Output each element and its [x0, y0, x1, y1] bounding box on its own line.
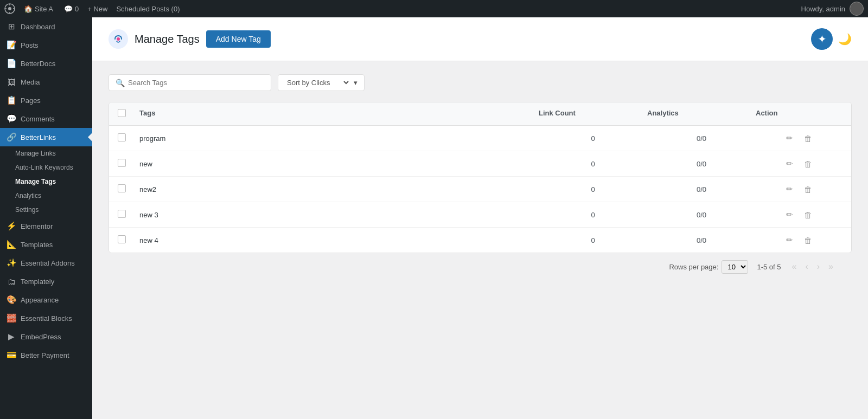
- site-name: Site A: [35, 5, 53, 13]
- rows-per-page-select[interactable]: 10 25 50: [722, 260, 748, 274]
- appearance-icon: 🎨: [7, 295, 16, 305]
- search-icon: 🔍: [116, 79, 125, 87]
- delete-button[interactable]: 🗑: [802, 158, 814, 170]
- better-payment-icon: 💳: [7, 350, 16, 360]
- edit-button[interactable]: ✏: [784, 183, 795, 195]
- delete-button[interactable]: 🗑: [802, 209, 814, 221]
- select-all-checkbox[interactable]: [118, 109, 126, 117]
- sidebar-item-betterdocs[interactable]: 📄 BetterDocs: [0, 54, 92, 73]
- comments-link[interactable]: 💬 0: [62, 5, 81, 13]
- header-analytics: Analytics: [647, 109, 756, 119]
- sidebar-item-betterlinks[interactable]: 🔗 BetterLinks: [0, 128, 92, 146]
- betterdocs-icon: 📄: [7, 59, 16, 68]
- site-link[interactable]: 🏠 Site A: [22, 5, 55, 13]
- row-analytics: 0/0: [647, 134, 756, 143]
- sidebar-item-label: Media: [21, 78, 40, 86]
- sidebar-item-media[interactable]: 🖼 Media: [0, 73, 92, 91]
- delete-button[interactable]: 🗑: [802, 234, 814, 246]
- row-actions: ✏ 🗑: [756, 183, 843, 195]
- sidebar-item-label: Posts: [21, 41, 39, 49]
- sidebar-item-label: Pages: [21, 96, 41, 105]
- edit-button[interactable]: ✏: [784, 158, 795, 170]
- elementor-icon: ⚡: [7, 221, 16, 231]
- sort-dropdown[interactable]: Sort by ClicksSort by NameSort by Date ▾: [278, 74, 365, 91]
- essential-addons-icon: ✨: [7, 258, 16, 268]
- header-link-count: Link Count: [539, 109, 647, 119]
- row-tag-name: new 3: [139, 211, 539, 219]
- tags-table: Tags Link Count Analytics Action program…: [108, 102, 852, 253]
- sidebar-item-label: Comments: [21, 115, 55, 123]
- sidebar-item-pages[interactable]: 📋 Pages: [0, 91, 92, 109]
- row-tag-name: new 4: [139, 236, 539, 244]
- templately-icon: 🗂: [7, 276, 16, 286]
- manage-tags-logo: [108, 29, 128, 49]
- edit-button[interactable]: ✏: [784, 132, 795, 144]
- sidebar-item-auto-link-keywords[interactable]: Auto-Link Keywords: [0, 160, 92, 175]
- comments-icon: 💬: [7, 114, 16, 124]
- table-row: new2 0 0/0 ✏ 🗑: [109, 177, 851, 202]
- row-checkbox: [118, 184, 139, 194]
- star-button[interactable]: ✦: [811, 28, 833, 50]
- edit-button[interactable]: ✏: [784, 209, 795, 221]
- analytics-label: Analytics: [15, 192, 41, 199]
- sidebar-item-elementor[interactable]: ⚡ Elementor: [0, 217, 92, 235]
- row-link-count: 0: [539, 185, 647, 194]
- sort-select-input[interactable]: Sort by ClicksSort by NameSort by Date: [285, 78, 350, 87]
- add-new-tag-button[interactable]: Add New Tag: [206, 30, 271, 48]
- row-select-checkbox[interactable]: [118, 184, 126, 192]
- new-button[interactable]: + New: [87, 5, 107, 13]
- essential-blocks-icon: 🧱: [7, 313, 16, 323]
- row-select-checkbox[interactable]: [118, 210, 126, 218]
- sidebar-item-essential-addons[interactable]: ✨ Essential Addons: [0, 254, 92, 272]
- sidebar-item-manage-tags[interactable]: Manage Tags: [0, 175, 92, 189]
- posts-icon: 📝: [7, 40, 16, 50]
- first-page-button[interactable]: «: [790, 260, 799, 274]
- row-tag-name: program: [139, 134, 539, 143]
- row-analytics: 0/0: [647, 160, 756, 168]
- row-select-checkbox[interactable]: [118, 159, 126, 167]
- row-select-checkbox[interactable]: [118, 235, 126, 243]
- row-select-checkbox[interactable]: [118, 133, 126, 141]
- pagination-range: 1-5 of 5: [757, 263, 781, 271]
- svg-point-1: [8, 7, 11, 10]
- home-icon: 🏠: [24, 5, 33, 13]
- delete-button[interactable]: 🗑: [802, 132, 814, 144]
- sidebar-item-label: Essential Addons: [21, 259, 75, 267]
- main-layout: ⊞ Dashboard 📝 Posts 📄 BetterDocs 🖼 Media…: [0, 17, 868, 419]
- betterlinks-icon: 🔗: [7, 132, 16, 142]
- moon-icon: 🌙: [838, 33, 852, 45]
- row-analytics: 0/0: [647, 236, 756, 244]
- scheduled-posts[interactable]: Scheduled Posts (0): [114, 5, 182, 13]
- sidebar-item-templates[interactable]: 📐 Templates: [0, 235, 92, 254]
- next-page-button[interactable]: ›: [815, 260, 822, 274]
- page-header: Manage Tags Add New Tag ✦ 🌙: [92, 17, 868, 61]
- row-checkbox: [118, 235, 139, 245]
- sidebar-item-manage-links[interactable]: Manage Links: [0, 146, 92, 160]
- sidebar-item-comments[interactable]: 💬 Comments: [0, 109, 92, 128]
- sidebar: ⊞ Dashboard 📝 Posts 📄 BetterDocs 🖼 Media…: [0, 17, 92, 419]
- edit-button[interactable]: ✏: [784, 234, 795, 246]
- row-actions: ✏ 🗑: [756, 234, 843, 246]
- sidebar-item-posts[interactable]: 📝 Posts: [0, 36, 92, 54]
- sidebar-item-templately[interactable]: 🗂 Templately: [0, 272, 92, 291]
- star-icon: ✦: [818, 33, 827, 46]
- row-checkbox: [118, 133, 139, 143]
- row-tag-name: new: [139, 160, 539, 168]
- delete-button[interactable]: 🗑: [802, 183, 814, 195]
- sidebar-item-embedpress[interactable]: ▶ EmbedPress: [0, 327, 92, 346]
- search-input[interactable]: [128, 79, 264, 87]
- sidebar-item-settings[interactable]: Settings: [0, 203, 92, 217]
- sidebar-item-appearance[interactable]: 🎨 Appearance: [0, 291, 92, 309]
- sidebar-item-dashboard[interactable]: ⊞ Dashboard: [0, 17, 92, 36]
- row-link-count: 0: [539, 134, 647, 143]
- sidebar-item-essential-blocks[interactable]: 🧱 Essential Blocks: [0, 309, 92, 327]
- sidebar-item-analytics[interactable]: Analytics: [0, 189, 92, 203]
- user-avatar[interactable]: [850, 2, 864, 16]
- prev-page-button[interactable]: ‹: [803, 260, 810, 274]
- last-page-button[interactable]: »: [826, 260, 835, 274]
- betterlinks-submenu: Manage Links Auto-Link Keywords Manage T…: [0, 146, 92, 217]
- embedpress-icon: ▶: [7, 332, 16, 341]
- dark-mode-button[interactable]: 🌙: [838, 33, 852, 46]
- table-row: program 0 0/0 ✏ 🗑: [109, 126, 851, 151]
- sidebar-item-better-payment[interactable]: 💳 Better Payment: [0, 346, 92, 364]
